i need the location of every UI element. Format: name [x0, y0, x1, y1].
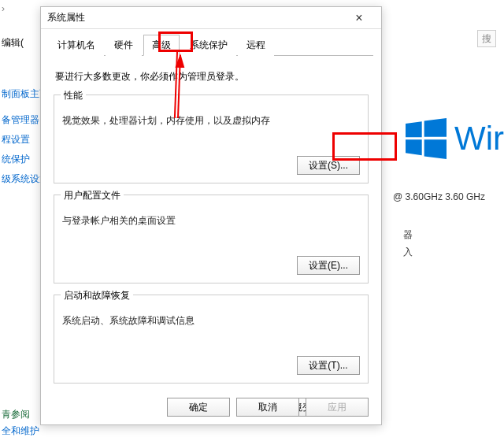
- titlebar: 系统属性 ×: [41, 7, 381, 29]
- tab-remote[interactable]: 远程: [238, 35, 274, 56]
- tab-system-protection[interactable]: 系统保护: [181, 35, 236, 56]
- cancel-button[interactable]: 取消: [236, 398, 299, 417]
- sidebar-link[interactable]: 备管理器: [0, 110, 39, 130]
- startup-desc: 系统启动、系统故障和调试信息: [62, 314, 360, 328]
- sidebar-link[interactable]: 统保护: [0, 150, 39, 169]
- close-icon[interactable]: ×: [343, 11, 375, 25]
- right-label-2: 入: [403, 246, 413, 259]
- tab-hardware[interactable]: 硬件: [106, 35, 142, 56]
- sidebar-link[interactable]: 制面板主页: [0, 84, 39, 104]
- startup-group: 启动和故障恢复 系统启动、系统故障和调试信息 设置(T)...: [54, 295, 369, 384]
- sidebar-link[interactable]: 级系统设置: [0, 169, 39, 189]
- tab-advanced[interactable]: 高级: [143, 35, 180, 56]
- user-profile-settings-button[interactable]: 设置(E)...: [297, 256, 360, 275]
- control-panel-sidebar: › 编辑( 制面板主页 备管理器 程设置 统保护 级系统设置: [0, 0, 39, 189]
- apply-button[interactable]: 应用: [306, 398, 369, 417]
- admin-note: 要进行大多数更改，你必须作为管理员登录。: [55, 70, 369, 83]
- search-input[interactable]: 搜: [477, 30, 496, 47]
- dialog-footer: 确定 取消 应用: [161, 398, 369, 417]
- edit-label: 编辑(: [0, 33, 39, 53]
- user-profile-desc: 与登录帐户相关的桌面设置: [62, 214, 360, 228]
- ok-button[interactable]: 确定: [167, 398, 230, 417]
- tab-strip: 计算机名 硬件 高级 系统保护 远程: [41, 29, 381, 55]
- performance-title: 性能: [61, 89, 86, 102]
- startup-settings-button[interactable]: 设置(T)...: [297, 356, 360, 375]
- chevron-icon: ›: [0, 0, 39, 17]
- dialog-title: 系统属性: [47, 11, 343, 24]
- sidebar-link[interactable]: 程设置: [0, 130, 39, 150]
- system-properties-dialog: 系统属性 × 计算机名 硬件 高级 系统保护 远程 要进行大多数更改，你必须作为…: [40, 6, 382, 425]
- windows-logo: Wir: [406, 118, 504, 159]
- user-profile-title: 用户配置文件: [61, 189, 124, 202]
- windows-icon: [406, 118, 447, 159]
- performance-settings-button[interactable]: 设置(S)...: [297, 156, 360, 175]
- user-profile-group: 用户配置文件 与登录帐户相关的桌面设置 设置(E)...: [54, 195, 369, 284]
- startup-title: 启动和故障恢复: [61, 289, 133, 302]
- performance-desc: 视觉效果，处理器计划，内存使用，以及虚拟内存: [62, 114, 360, 128]
- windows-text: Wir: [454, 120, 504, 158]
- see-also: 青参阅 全和维护: [0, 406, 39, 439]
- performance-group: 性能 视觉效果，处理器计划，内存使用，以及虚拟内存 设置(S)...: [54, 94, 369, 183]
- see-also-heading: 青参阅: [0, 406, 39, 423]
- right-label-1: 器: [403, 228, 413, 242]
- tab-content: 要进行大多数更改，你必须作为管理员登录。 性能 视觉效果，处理器计划，内存使用，…: [41, 56, 381, 424]
- tab-computer-name[interactable]: 计算机名: [49, 35, 104, 56]
- cpu-ghz: @ 3.60GHz 3.60 GHz: [393, 191, 485, 202]
- security-link[interactable]: 全和维护: [0, 423, 39, 439]
